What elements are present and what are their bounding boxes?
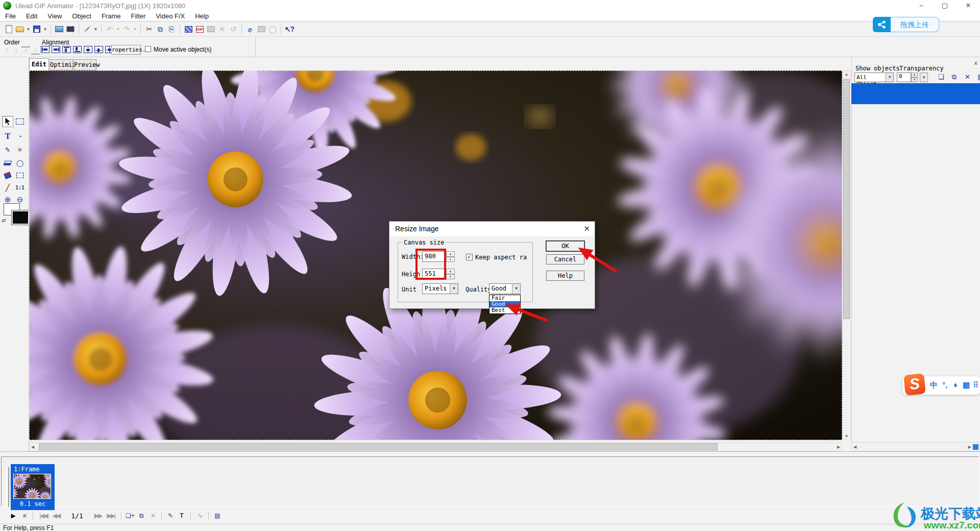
align-left-icon[interactable] — [41, 46, 50, 53]
text-tool-icon[interactable] — [2, 131, 13, 142]
copy-icon[interactable] — [155, 24, 166, 35]
object-filter-dropdown[interactable]: All Object: — [854, 73, 894, 82]
menu-frame[interactable]: Frame — [96, 11, 126, 21]
menu-edit[interactable]: Edit — [21, 11, 42, 21]
move-down-icon[interactable] — [12, 46, 20, 55]
width-spinner[interactable] — [446, 251, 455, 262]
move-active-checkbox[interactable] — [145, 46, 151, 52]
wizard-dropdown-icon[interactable] — [93, 24, 99, 35]
next-frame-icon[interactable] — [92, 512, 104, 519]
help-button[interactable]: Help — [546, 271, 584, 281]
last-frame-icon[interactable] — [104, 512, 118, 519]
frame-thumbnail-card[interactable]: 1:Frame 0.1 sec — [11, 464, 55, 510]
export-icon[interactable] — [267, 24, 278, 35]
animation-tool-icon[interactable] — [14, 131, 26, 142]
magic-wand-tool-icon[interactable] — [14, 144, 26, 155]
move-up-icon[interactable] — [2, 46, 11, 55]
paint-tool-icon[interactable] — [2, 144, 13, 155]
cancel-button[interactable]: Cancel — [546, 254, 584, 264]
tab-preview[interactable]: Preview — [74, 59, 96, 70]
add-object-icon[interactable] — [936, 73, 946, 82]
properties-button[interactable]: roperties.. — [111, 45, 141, 55]
drag-upload-button[interactable]: 拖拽上传 — [873, 17, 939, 32]
optimize-preview-icon[interactable] — [256, 24, 267, 35]
maximize-button[interactable] — [933, 0, 957, 11]
center-vertical-icon[interactable] — [94, 46, 103, 53]
select-object-tool-icon[interactable] — [14, 116, 26, 127]
ime-punctuation-icon[interactable] — [942, 380, 947, 389]
fill-tool-icon[interactable] — [2, 170, 13, 181]
open-dropdown-icon[interactable] — [26, 24, 31, 35]
tab-edit[interactable]: Edit — [29, 58, 49, 70]
gif-optimize-icon[interactable]: GIF — [194, 24, 205, 35]
pick-tool-icon[interactable] — [2, 116, 13, 127]
eyedropper-tool-icon[interactable] — [2, 182, 13, 193]
text-frame-icon[interactable] — [176, 512, 187, 519]
ok-button[interactable]: OK — [546, 241, 584, 251]
context-help-icon[interactable] — [284, 24, 295, 35]
crop-icon[interactable] — [216, 24, 228, 35]
menu-help[interactable]: Help — [190, 11, 214, 21]
vertical-scrollbar[interactable] — [842, 70, 851, 440]
tab-optimize[interactable]: Optimize — [50, 59, 73, 70]
object-properties-icon[interactable] — [976, 73, 980, 82]
ime-keyboard-icon[interactable] — [963, 380, 970, 390]
transparency-input[interactable]: 0 — [897, 73, 911, 82]
move-to-top-icon[interactable] — [21, 46, 30, 55]
transform-tool-icon[interactable] — [14, 170, 26, 181]
banner-icon[interactable] — [205, 24, 216, 35]
play-icon[interactable] — [7, 512, 18, 519]
new-icon[interactable] — [3, 24, 14, 35]
save-icon[interactable] — [31, 24, 42, 35]
keep-aspect-checkbox[interactable] — [466, 254, 473, 260]
tween-icon[interactable] — [194, 512, 205, 519]
height-spinner[interactable] — [446, 269, 455, 279]
unit-dropdown[interactable]: Pixels — [422, 283, 458, 294]
paint-frame-icon[interactable] — [165, 512, 176, 519]
menu-filter[interactable]: Filter — [126, 11, 151, 21]
dialog-close-icon[interactable] — [583, 224, 590, 233]
first-frame-icon[interactable] — [36, 512, 51, 519]
menu-view[interactable]: View — [42, 11, 67, 21]
quality-dropdown[interactable]: Good — [489, 283, 521, 294]
duplicate-object-icon[interactable] — [949, 73, 959, 82]
undo-icon[interactable] — [104, 24, 115, 35]
align-top-icon[interactable] — [62, 46, 71, 53]
background-color-swatch[interactable] — [12, 210, 29, 225]
menu-object[interactable]: Object — [67, 11, 96, 21]
cut-icon[interactable] — [143, 24, 155, 35]
wizard-icon[interactable] — [82, 24, 93, 35]
swap-colors-icon[interactable] — [2, 218, 6, 223]
object-list-row[interactable]: Obj - 1 (0,0)(W:1920, H:10 — [851, 83, 980, 104]
redo-icon[interactable] — [121, 24, 132, 35]
add-image-icon[interactable] — [54, 24, 65, 35]
stop-icon[interactable] — [18, 512, 30, 519]
add-frame-icon[interactable] — [125, 512, 136, 519]
menu-file[interactable]: File — [0, 11, 21, 21]
align-bottom-icon[interactable] — [73, 46, 82, 53]
duplicate-frame-icon[interactable] — [136, 512, 147, 519]
save-dropdown-icon[interactable] — [42, 24, 48, 35]
delete-frame-icon[interactable] — [147, 512, 158, 519]
resize-image-icon[interactable] — [183, 24, 194, 35]
eraser-tool-icon[interactable] — [2, 157, 13, 168]
previous-frame-icon[interactable] — [51, 512, 62, 519]
sogou-logo-icon[interactable]: S — [903, 373, 926, 396]
redo-dropdown-icon[interactable] — [132, 24, 138, 35]
rotate-icon[interactable] — [228, 24, 239, 35]
horizontal-scrollbar[interactable] — [29, 442, 842, 451]
quality-option-best[interactable]: Best — [489, 307, 520, 313]
undo-dropdown-icon[interactable] — [115, 24, 121, 35]
minimize-button[interactable] — [910, 0, 933, 11]
actual-size-tool-icon[interactable]: 1:1 — [14, 182, 26, 193]
panel-close-icon[interactable]: x — [974, 60, 977, 66]
paste-icon[interactable] — [166, 24, 177, 35]
delete-object-icon[interactable] — [963, 73, 972, 82]
ime-microphone-icon[interactable] — [953, 380, 958, 389]
ime-mode-icon[interactable]: 中 — [930, 380, 938, 390]
move-to-bottom-icon[interactable] — [31, 46, 40, 55]
panel-horizontal-scrollbar[interactable] — [851, 442, 980, 451]
frame-strip-grip[interactable] — [6, 467, 9, 507]
lasso-tool-icon[interactable] — [14, 157, 26, 168]
frame-properties-icon[interactable] — [212, 512, 223, 519]
